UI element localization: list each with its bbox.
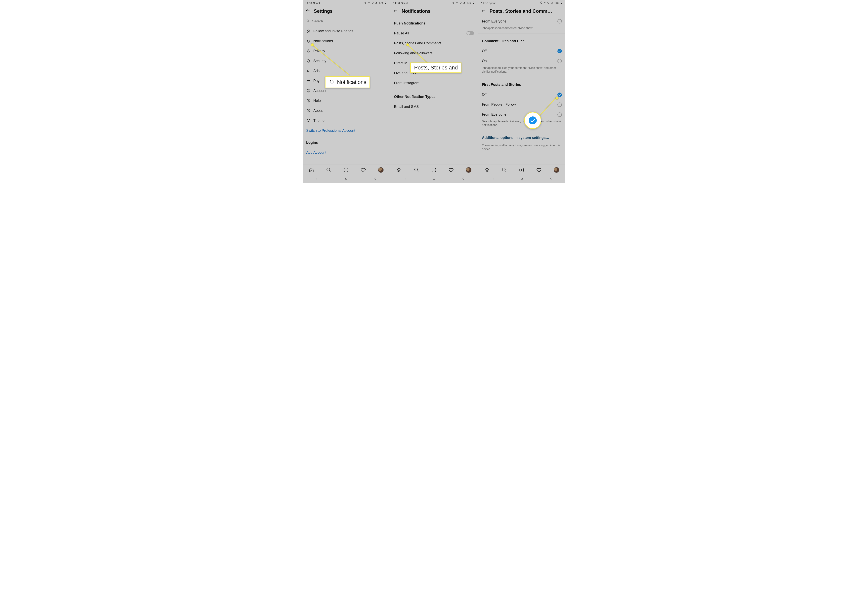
following-followers-row[interactable]: Following and Followers: [391, 48, 477, 58]
app-header: Settings: [302, 6, 390, 17]
bottom-tabbar: [478, 165, 566, 175]
android-navbar: [302, 175, 390, 183]
settings-item-payments[interactable]: Paym: [302, 76, 390, 86]
tab-home-icon[interactable]: [397, 167, 402, 173]
alarm-icon: [540, 2, 542, 5]
settings-item-security[interactable]: Security: [302, 56, 390, 66]
option-fps-everyone[interactable]: From Everyone: [478, 110, 566, 120]
live-igtv-row[interactable]: Live and IGTV: [391, 68, 477, 78]
radio-unchecked[interactable]: [557, 59, 562, 63]
row-label: On: [482, 59, 487, 63]
svg-rect-24: [473, 2, 474, 2]
shield-icon: [306, 59, 311, 63]
switch-professional-link[interactable]: Switch to Professional Account: [302, 125, 390, 136]
settings-item-help[interactable]: Help: [302, 96, 390, 106]
tab-search-icon[interactable]: [502, 167, 507, 173]
logins-header: Logins: [302, 136, 390, 147]
radio-unchecked[interactable]: [557, 102, 562, 107]
pause-all-row[interactable]: Pause All: [391, 28, 477, 38]
from-instagram-row[interactable]: From Instagram: [391, 78, 477, 88]
tab-search-icon[interactable]: [414, 167, 419, 173]
settings-item-about[interactable]: About: [302, 106, 390, 116]
row-label: Help: [313, 99, 321, 103]
nav-home-icon[interactable]: [520, 177, 524, 181]
callout-dot: [311, 43, 314, 46]
screen-2-notifications: 11:06 Sprint 43% Notifications Push Noti…: [390, 0, 477, 183]
row-label: Live and IGTV: [394, 71, 417, 75]
settings-item-account[interactable]: Account: [302, 86, 390, 96]
search-input[interactable]: [305, 17, 387, 25]
tab-new-post-icon[interactable]: [519, 167, 524, 173]
nav-back-icon[interactable]: [549, 177, 553, 181]
app-header: Posts, Stories and Comm…: [478, 6, 566, 17]
nav-home-icon[interactable]: [344, 177, 348, 181]
option-clp-off[interactable]: Off: [478, 46, 566, 56]
settings-item-theme[interactable]: Theme: [302, 116, 390, 125]
pause-all-toggle[interactable]: [467, 31, 474, 35]
tab-profile-avatar[interactable]: [553, 167, 559, 173]
tab-activity-icon[interactable]: [448, 167, 454, 173]
battery-text: 43%: [378, 2, 383, 5]
search-field[interactable]: [312, 19, 386, 23]
back-icon[interactable]: [481, 8, 486, 14]
row-label: Comment Likes and Pins: [482, 39, 525, 43]
back-icon[interactable]: [393, 8, 398, 14]
tab-home-icon[interactable]: [484, 167, 490, 173]
tab-activity-icon[interactable]: [361, 167, 366, 173]
row-label: First Posts and Stories: [482, 83, 521, 87]
tab-profile-avatar[interactable]: [466, 167, 471, 173]
email-sms-row[interactable]: Email and SMS: [391, 102, 477, 111]
svg-rect-37: [521, 178, 523, 179]
option-fps-off[interactable]: Off: [478, 90, 566, 100]
additional-options-link[interactable]: Additional options in system settings…: [478, 131, 566, 144]
nav-recents-icon[interactable]: [403, 177, 407, 181]
row-label: Follow and Invite Friends: [313, 29, 353, 33]
bottom-tabbar: [302, 165, 390, 175]
nav-recents-icon[interactable]: [315, 177, 319, 181]
tab-activity-icon[interactable]: [536, 167, 541, 173]
vibrate-icon: [371, 2, 374, 5]
settings-item-follow[interactable]: Follow and Invite Friends: [302, 26, 390, 36]
option-clp-on[interactable]: On: [478, 56, 566, 66]
svg-rect-31: [548, 2, 549, 3]
row-label: Off: [482, 93, 487, 97]
nav-back-icon[interactable]: [461, 177, 465, 181]
svg-rect-9: [307, 80, 310, 82]
battery-icon: [472, 2, 475, 5]
row-label: Switch to Professional Account: [306, 128, 355, 133]
tab-home-icon[interactable]: [309, 167, 314, 173]
svg-rect-5: [385, 3, 386, 3]
radio-checked[interactable]: [557, 93, 562, 97]
settings-item-ads[interactable]: Ads: [302, 66, 390, 76]
posts-stories-scroll[interactable]: From Everyone johnappleseed commented: "…: [478, 16, 566, 165]
svg-rect-19: [346, 178, 347, 179]
row-label: Notifications: [313, 39, 333, 43]
back-icon[interactable]: [305, 8, 310, 14]
android-navbar: [391, 175, 477, 183]
posts-stories-comments-row[interactable]: Posts, Stories and Comments: [391, 38, 477, 48]
nav-back-icon[interactable]: [373, 177, 377, 181]
tab-new-post-icon[interactable]: [431, 167, 436, 173]
radio-unchecked[interactable]: [557, 113, 562, 117]
row-label: Pause All: [394, 31, 409, 36]
row-label: Push Notifications: [394, 21, 425, 25]
android-navbar: [478, 175, 566, 183]
page-title: Settings: [314, 8, 333, 14]
option-from-everyone-top[interactable]: From Everyone: [478, 16, 566, 26]
bell-icon: [306, 39, 311, 43]
info-icon: [306, 109, 311, 113]
svg-point-14: [308, 120, 308, 121]
radio-unchecked[interactable]: [557, 19, 562, 23]
notifications-scroll[interactable]: Push Notifications Pause All Posts, Stor…: [391, 16, 477, 165]
nav-recents-icon[interactable]: [491, 177, 495, 181]
radio-checked[interactable]: [557, 49, 562, 53]
tab-new-post-icon[interactable]: [343, 167, 349, 173]
add-account-link[interactable]: Add Account: [302, 147, 390, 158]
settings-item-notifications[interactable]: Notifications: [302, 36, 390, 46]
direct-messages-row[interactable]: Direct M: [391, 58, 477, 68]
settings-scroll[interactable]: Follow and Invite Friends Notifications …: [302, 16, 390, 165]
card-icon: [306, 79, 311, 83]
tab-search-icon[interactable]: [326, 167, 331, 173]
nav-home-icon[interactable]: [432, 177, 436, 181]
tab-profile-avatar[interactable]: [378, 167, 384, 173]
